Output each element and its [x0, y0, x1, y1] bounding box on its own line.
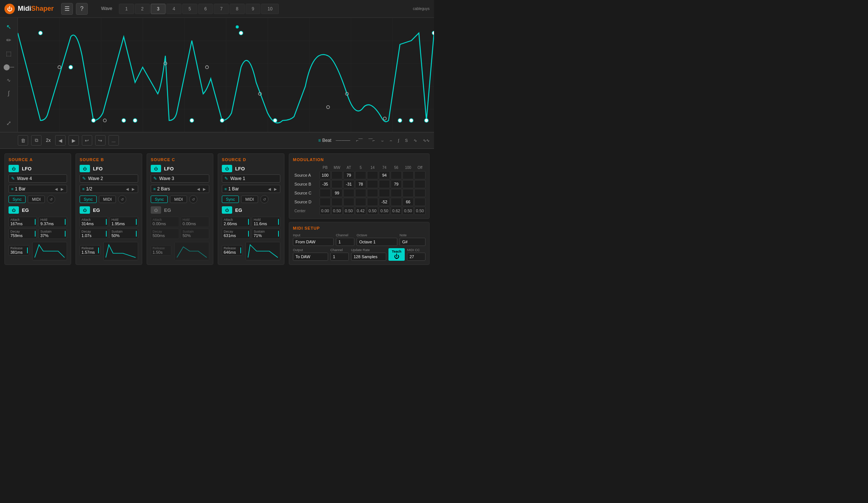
source-d-release[interactable]: Release 646ms [222, 245, 243, 256]
source-d-retrig[interactable]: ↺ [260, 195, 268, 203]
source-b-attack[interactable]: Attack 314ms [80, 217, 108, 227]
source-c-decay[interactable]: Decay 500ms [151, 229, 179, 239]
mod-center-off[interactable]: 0.50 [414, 207, 425, 215]
more-button[interactable]: ... [108, 135, 119, 146]
source-c-bar-next[interactable]: ▶ [202, 187, 207, 191]
source-d-hold[interactable]: Hold 11.6ms [252, 217, 280, 227]
tab-9[interactable]: 9 [246, 4, 261, 14]
mod-a-pb[interactable]: 100 [320, 171, 331, 179]
mod-b-at[interactable]: -31 [343, 180, 354, 188]
source-c-lfo-toggle[interactable]: ⏻ [151, 165, 161, 172]
source-a-attack[interactable]: Attack 167ms [9, 217, 37, 227]
mod-center-56[interactable]: 0.62 [391, 207, 402, 215]
shape-valley[interactable]: ⌣ [380, 137, 385, 144]
mod-center-14[interactable]: 0.50 [367, 207, 378, 215]
play-button[interactable]: ▶ [69, 135, 79, 146]
mod-b-74[interactable]: · [379, 180, 390, 188]
source-b-hold[interactable]: Hold 1.95ms [110, 217, 138, 227]
source-b-bar-prev[interactable]: ◀ [125, 187, 130, 191]
shape-s2[interactable]: S [404, 137, 409, 143]
source-a-sustain[interactable]: Sustain 37% [39, 229, 67, 239]
mod-a-100[interactable]: · [403, 171, 414, 179]
mod-c-14[interactable]: · [367, 189, 378, 197]
source-c-wave-name[interactable]: ✎ Wave 3 [151, 174, 209, 183]
shape-flat[interactable]: ───── [334, 137, 352, 143]
source-b-bar-next[interactable]: ▶ [131, 187, 136, 191]
source-b-retrig[interactable]: ↺ [118, 195, 126, 203]
source-a-lfo-toggle[interactable]: ⏻ [9, 165, 19, 172]
source-a-eg-toggle[interactable]: ⏻ [9, 206, 19, 214]
mod-c-100[interactable]: · [403, 189, 414, 197]
source-c-midi[interactable]: MIDI [170, 196, 187, 203]
source-d-lfo-toggle[interactable]: ⏻ [222, 165, 232, 172]
source-c-sync[interactable]: Sync [151, 196, 168, 203]
source-d-decay[interactable]: Decay 631ms [222, 229, 250, 239]
mod-d-100[interactable]: 66 [403, 198, 414, 206]
mod-center-mw[interactable]: 0.50 [331, 207, 343, 215]
mod-c-pb[interactable]: · [320, 189, 331, 197]
mod-a-5[interactable]: · [355, 171, 366, 179]
source-a-decay[interactable]: Decay 759ms [9, 229, 37, 239]
mod-a-mw[interactable]: · [331, 171, 343, 179]
source-c-hold[interactable]: Hold 0.00ms [181, 217, 209, 227]
mod-c-mw[interactable]: 99 [331, 189, 343, 197]
midi-cc-value[interactable]: 27 [407, 253, 425, 261]
mod-b-mw[interactable]: · [331, 180, 343, 188]
mod-center-100[interactable]: 0.50 [403, 207, 414, 215]
wave-display[interactable] [18, 18, 434, 132]
tab-2[interactable]: 2 [135, 4, 150, 14]
tab-4[interactable]: 4 [166, 4, 181, 14]
shape-hill[interactable]: ⌢ [388, 137, 394, 144]
shape-wave1[interactable]: ∿ [412, 137, 418, 144]
tab-5[interactable]: 5 [182, 4, 197, 14]
source-d-attack[interactable]: Attack 2.66ms [222, 217, 250, 227]
midi-output-value[interactable]: To DAW [293, 253, 328, 261]
mod-center-5[interactable]: 0.42 [355, 207, 366, 215]
source-d-bar-prev[interactable]: ◀ [267, 187, 272, 191]
source-b-eg-toggle[interactable]: ⏻ [80, 206, 90, 214]
midi-input-value[interactable]: From DAW [293, 238, 334, 246]
source-c-bar-prev[interactable]: ◀ [196, 187, 201, 191]
mod-a-74[interactable]: 94 [379, 171, 390, 179]
clone-button[interactable]: ⧉ [31, 135, 41, 146]
source-d-midi[interactable]: MIDI [241, 196, 258, 203]
source-c-eg-toggle[interactable]: ⏻ [151, 206, 161, 214]
mod-d-74[interactable]: -52 [379, 198, 390, 206]
midi-note-value[interactable]: G# [400, 238, 425, 246]
mod-a-at[interactable]: 79 [343, 171, 354, 179]
mod-c-56[interactable]: · [391, 189, 402, 197]
mod-d-at[interactable]: · [343, 198, 354, 206]
source-b-midi[interactable]: MIDI [99, 196, 116, 203]
mod-a-off[interactable]: · [414, 171, 425, 179]
smooth-tool[interactable]: ∿ [3, 74, 15, 86]
source-a-release[interactable]: Release 381ms [9, 245, 29, 256]
mod-d-56[interactable]: · [391, 198, 402, 206]
tab-3[interactable]: 3 [151, 4, 166, 14]
source-a-sync[interactable]: Sync [9, 196, 26, 203]
source-a-hold[interactable]: Hold 9.37ms [39, 217, 67, 227]
mod-c-off[interactable]: · [414, 189, 425, 197]
source-d-bar-next[interactable]: ▶ [273, 187, 278, 191]
mod-d-off[interactable]: · [414, 198, 425, 206]
tab-8[interactable]: 8 [230, 4, 245, 14]
mod-b-off[interactable]: · [414, 180, 425, 188]
redo-button[interactable]: ↪ [95, 135, 106, 146]
midi-octave-value[interactable]: Octave 1 [357, 238, 397, 246]
shape-s[interactable]: ∫ [397, 137, 401, 143]
mod-b-100[interactable]: · [403, 180, 414, 188]
source-b-release[interactable]: Release 1.57ms [80, 245, 100, 256]
tab-10[interactable]: 10 [261, 4, 278, 14]
midi-update-rate-value[interactable]: 128 Samples [351, 253, 386, 261]
mod-c-5[interactable]: · [355, 189, 366, 197]
menu-button[interactable]: ☰ [61, 3, 73, 15]
shape-ramp-down2[interactable]: ‾‾‾⌐ [367, 137, 376, 143]
select-tool[interactable]: ↖ [3, 21, 15, 33]
mod-d-5[interactable]: · [355, 198, 366, 206]
mod-a-56[interactable]: · [391, 171, 402, 179]
expand-tool[interactable]: ⤢ [3, 117, 15, 129]
curve-tool[interactable]: ∫ [3, 87, 15, 99]
source-c-sustain[interactable]: Sustain 50% [181, 229, 209, 239]
source-b-decay[interactable]: Decay 1.07s [80, 229, 108, 239]
selection-tool[interactable]: ⬚ [3, 47, 15, 59]
source-b-sync[interactable]: Sync [80, 196, 97, 203]
